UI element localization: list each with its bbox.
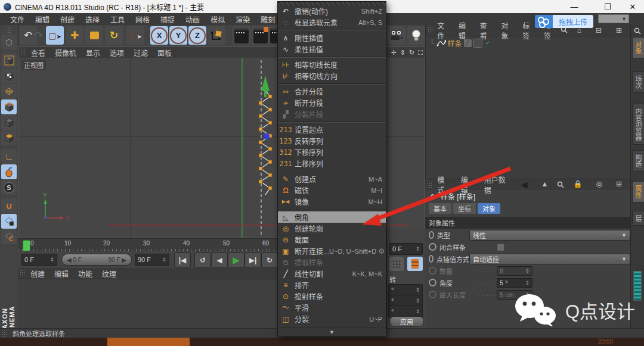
last-tool-button[interactable]: ▢➤ bbox=[126, 26, 144, 45]
vp-menu-panel[interactable]: 面板 bbox=[153, 48, 177, 58]
vp-pan-icon[interactable]: ✛ bbox=[391, 49, 397, 57]
menu-item-join-segments[interactable]: ∾合并分段 bbox=[278, 86, 386, 97]
next-key-button[interactable]: ▶| bbox=[244, 253, 261, 268]
menu-item-project-spline[interactable]: ⊙投射样条 bbox=[278, 291, 386, 302]
lock-workplane-button[interactable] bbox=[1, 214, 17, 229]
mat-menu-create[interactable]: 创建 bbox=[26, 269, 49, 279]
live-selection-button[interactable]: ▢➤ bbox=[46, 26, 64, 45]
rotate-workplane-button[interactable]: C bbox=[1, 229, 17, 244]
menu-item-frame-selected[interactable]: ◌框显选取元素Alt+S, S bbox=[278, 17, 386, 28]
timeline-playhead[interactable] bbox=[23, 240, 30, 251]
menu-tools[interactable]: 工具 bbox=[105, 14, 130, 24]
menu-item-undo-action[interactable]: ↶撤销(动作)Shift+Z bbox=[278, 5, 386, 17]
interpolation-dropdown[interactable]: 自动适应▼ bbox=[469, 254, 630, 264]
menu-mesh[interactable]: 网格 bbox=[130, 14, 155, 24]
coordinate-system-button[interactable] bbox=[208, 26, 225, 45]
dock-tab-takes[interactable]: 场次 bbox=[632, 71, 644, 93]
menu-item-straighten[interactable]: ≡排齐 bbox=[278, 279, 386, 291]
type-dropdown[interactable]: 线性▼ bbox=[469, 230, 630, 241]
menu-sculpt[interactable]: 雕刻 bbox=[255, 14, 280, 24]
om-menu-object[interactable]: 对象 bbox=[496, 20, 518, 40]
scale-button[interactable] bbox=[85, 26, 103, 45]
dock-tab-structure[interactable]: 构造 bbox=[632, 150, 644, 172]
menu-item-mirror[interactable]: ▶◀镜像M~H bbox=[278, 196, 386, 207]
angle-field[interactable]: 5 °⇕ bbox=[497, 278, 532, 288]
menu-render[interactable]: 渲染 bbox=[230, 14, 255, 24]
rotation-h-field[interactable]: °⇕ bbox=[388, 284, 423, 296]
frame-stepper-icon[interactable]: ⇕ bbox=[49, 257, 54, 263]
menu-item-magnet[interactable]: Ω磁铁M~I bbox=[278, 185, 386, 196]
am-target-icon[interactable]: ◎ bbox=[591, 180, 606, 189]
maximize-button[interactable]: ❐ bbox=[597, 0, 618, 13]
menu-item-move-down-sequence[interactable]: 312下移序列 bbox=[278, 146, 386, 158]
keyframe-dots-button[interactable] bbox=[389, 257, 404, 271]
material-grip[interactable] bbox=[20, 270, 26, 277]
dock-search-icon[interactable] bbox=[634, 27, 641, 35]
lock-y-axis-button[interactable]: Y bbox=[169, 26, 187, 45]
viewport-grip[interactable] bbox=[20, 49, 26, 56]
menu-file[interactable]: 文件 bbox=[5, 14, 30, 24]
menu-item-split[interactable]: ◫分裂U~P bbox=[278, 313, 386, 325]
selection-tag-icon[interactable] bbox=[473, 39, 482, 48]
lock-x-axis-button[interactable]: X bbox=[150, 26, 168, 45]
render-to-picture-viewer-button[interactable] bbox=[252, 26, 270, 45]
model-mode-button[interactable] bbox=[1, 53, 17, 68]
dock-tab-layers[interactable]: 层 bbox=[632, 211, 644, 226]
mat-menu-edit[interactable]: 编辑 bbox=[49, 269, 73, 279]
menu-item-equal-tangent-direction[interactable]: ⊬相等切线方向 bbox=[278, 70, 386, 82]
camera-button[interactable] bbox=[388, 26, 405, 45]
play-button[interactable]: ▶ bbox=[228, 253, 244, 268]
rotation-b-field[interactable]: °⇕ bbox=[388, 306, 423, 317]
key-circle-icon[interactable] bbox=[429, 231, 434, 239]
edges-mode-button[interactable] bbox=[1, 115, 17, 130]
workplane-mode-button[interactable] bbox=[1, 84, 17, 99]
om-grip[interactable] bbox=[428, 27, 432, 34]
redo-button[interactable]: ↷ bbox=[22, 26, 40, 45]
menu-item-disconnect[interactable]: ▣断开连接...U~D, U~Shift+D⚙ bbox=[278, 245, 386, 257]
menu-item-reverse-sequence[interactable]: 123反转序列 bbox=[278, 135, 386, 146]
mat-menu-texture[interactable]: 纹理 bbox=[97, 269, 121, 279]
points-mode-button[interactable] bbox=[1, 99, 17, 114]
make-editable-button[interactable]: ⬡ bbox=[1, 35, 17, 49]
vp-menu-filter[interactable]: 过滤 bbox=[129, 48, 153, 58]
menu-item-hard-interpolation[interactable]: ∧刚性插值 bbox=[278, 32, 386, 43]
vp-menu-camera[interactable]: 摄像机 bbox=[50, 48, 81, 58]
minimize-button[interactable]: — bbox=[564, 0, 584, 13]
move-button[interactable]: ✚ bbox=[66, 26, 83, 45]
vp-menu-options[interactable]: 选项 bbox=[105, 48, 129, 58]
am-search-icon[interactable] bbox=[557, 181, 564, 188]
drag-upload-badge[interactable]: 拖拽上传 bbox=[535, 15, 593, 28]
current-frame-field[interactable]: 0 F⇕ bbox=[21, 254, 57, 266]
am-newwin-icon[interactable]: ⊞ bbox=[611, 180, 627, 189]
close-spline-checkbox[interactable] bbox=[497, 243, 505, 251]
key-circle-icon[interactable] bbox=[429, 255, 434, 263]
menu-item-bevel[interactable]: ◺倒角 bbox=[278, 211, 386, 223]
vp-rotate-icon[interactable]: ↻ bbox=[409, 49, 414, 57]
dock-tab-attributes[interactable]: 属性 bbox=[632, 181, 644, 202]
menu-item-create-point[interactable]: ✎创建点M~A bbox=[278, 173, 386, 185]
menu-simulate[interactable]: 模拟 bbox=[205, 14, 230, 24]
tab-object[interactable]: 对象 bbox=[478, 203, 500, 214]
mat-menu-function[interactable]: 功能 bbox=[73, 269, 97, 279]
am-lock-icon[interactable]: 🔒 bbox=[568, 180, 587, 189]
am-up-icon[interactable]: ▲ bbox=[537, 180, 553, 189]
rotation-p-field[interactable]: °⇕ bbox=[388, 295, 423, 307]
vp-menu-view[interactable]: 查看 bbox=[26, 48, 50, 58]
texture-mode-button[interactable] bbox=[1, 68, 17, 83]
previous-key-button[interactable]: ◀ bbox=[211, 253, 228, 268]
menu-animate[interactable]: 动画 bbox=[180, 14, 205, 24]
am-grip[interactable] bbox=[427, 181, 433, 188]
snap-button[interactable]: S bbox=[1, 180, 17, 195]
dock-tab-objects[interactable]: 对象 bbox=[632, 37, 644, 58]
goto-start-button[interactable]: |◀ bbox=[174, 253, 191, 268]
tab-basic[interactable]: 基本 bbox=[429, 203, 451, 214]
menu-select[interactable]: 选择 bbox=[80, 14, 105, 24]
om-menu-view[interactable]: 查看 bbox=[475, 20, 497, 40]
menu-item-equal-tangent-length[interactable]: ⊦⊦相等切线长度 bbox=[278, 59, 386, 70]
am-menu-userdata[interactable]: 用户数据 bbox=[479, 174, 516, 195]
coord-frame-field[interactable]: 0 F⇕ bbox=[389, 243, 423, 255]
dock-tab-content-browser[interactable]: 内容浏览器 bbox=[632, 104, 644, 145]
preview-range-slider[interactable]: ◀ 0 F 90 F ▶ bbox=[61, 254, 132, 266]
om-plus-box-icon[interactable]: ⊞ bbox=[611, 26, 627, 35]
close-button[interactable]: ✕ bbox=[623, 0, 643, 13]
